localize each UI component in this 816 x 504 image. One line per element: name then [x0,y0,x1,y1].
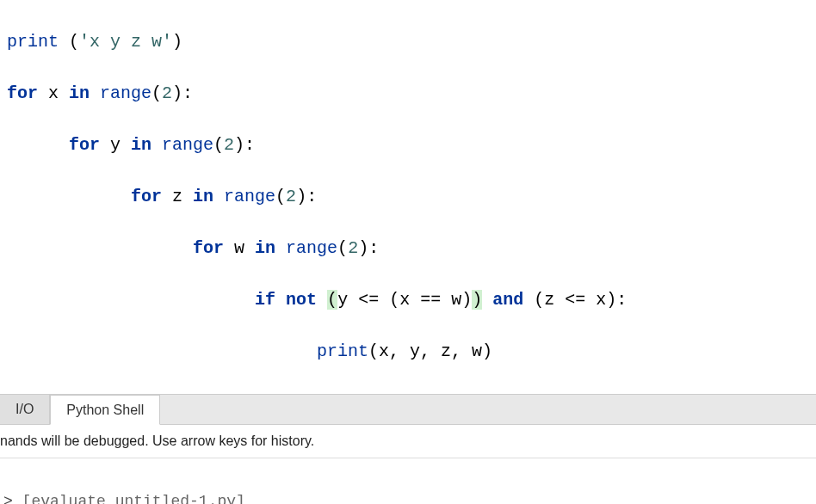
code-line: for x in range(2): [7,81,809,107]
code-line: print ('x y z w') [7,29,809,55]
kw-and: and [492,290,523,310]
kw-for: for [7,83,38,103]
tab-io[interactable]: I/O [0,395,50,424]
tab-python-shell[interactable]: Python Shell [50,395,160,425]
bracket-highlight: ( [327,290,337,310]
code-line: for w in range(2): [7,236,809,261]
code-line: if not (y <= (x == w)) and (z <= x): [7,287,809,313]
shell-output[interactable]: > [evaluate untitled-1.py] x y z w 0 1 0… [0,458,816,504]
bracket-highlight: ) [472,290,482,310]
string-literal: 'x y z w' [79,32,172,52]
kw-if: if [255,290,275,310]
fn-print: print [7,32,59,52]
code-line: for z in range(2): [7,184,809,210]
eval-text: [evaluate untitled-1.py] [13,493,245,504]
shell-line: > [evaluate untitled-1.py] [3,490,813,504]
code-line: for y in range(2): [7,132,809,158]
tabs-bar: I/O Python Shell [0,394,816,425]
shell-notice: nands will be debugged. Use arrow keys f… [0,425,816,458]
prompt: > [3,493,13,504]
code-editor[interactable]: print ('x y z w') for x in range(2): for… [0,0,816,394]
kw-in: in [69,83,90,103]
kw-not: not [286,290,317,310]
code-line: print(x, y, z, w) [7,339,809,365]
